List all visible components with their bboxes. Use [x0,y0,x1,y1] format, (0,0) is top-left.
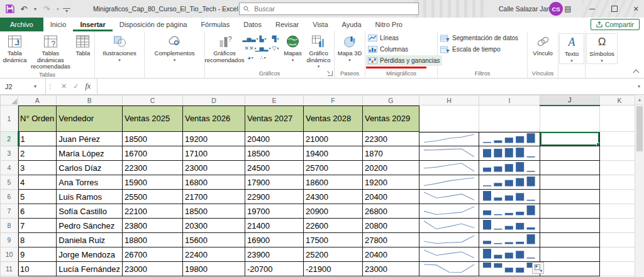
tab-revisar[interactable]: Revisar [269,18,306,31]
cell-D11[interactable]: 19800 [182,262,245,276]
cell-H9[interactable] [419,233,479,247]
cell-G5[interactable]: 19200 [362,175,419,190]
cell-E4[interactable]: 24500 [245,161,303,175]
vertical-scrollbar[interactable]: ▲ [635,95,644,277]
cell-G6[interactable]: 20400 [362,190,419,204]
close-button[interactable]: × [626,0,644,18]
cell-G9[interactable]: 27800 [362,233,419,247]
cell-C4[interactable]: 22300 [122,161,182,175]
redo-dropdown[interactable]: ▾ [54,2,62,16]
collapse-ribbon-button[interactable] [633,70,640,76]
cell-D10[interactable]: 22400 [182,247,245,262]
cell-K8[interactable] [599,219,639,233]
funnel-chart-button[interactable]: ▽▾ [269,43,282,53]
column-header-E[interactable]: E [245,95,303,106]
cell-F1[interactable]: Ventas 2028 [303,106,362,132]
cell-C3[interactable]: 16700 [122,146,182,161]
expand-formula-bar-button[interactable]: ▾ [634,79,644,94]
cell-D5[interactable]: 16800 [182,175,245,190]
column-chart-button[interactable]: ▂▅▃▾ [244,34,257,43]
link-button[interactable]: Vínculo [529,33,557,58]
sparkline-winloss-button[interactable]: Pérdidas y ganancias [366,55,442,66]
add-ins-button[interactable]: Complementos ▾ [148,33,201,63]
cell-I1[interactable] [479,106,540,132]
cell-F9[interactable]: 17500 [303,233,362,247]
cell-H1[interactable] [419,106,479,132]
cell-E1[interactable]: Ventas 2027 [245,106,303,132]
cell-D9[interactable]: 15600 [182,233,245,247]
cell-D3[interactable]: 17100 [182,146,245,161]
cell-I4[interactable] [479,161,540,175]
formula-input[interactable] [101,82,630,91]
cell-B2[interactable]: Juan Pérez [57,132,123,146]
cell-J6[interactable] [540,190,599,204]
restore-button[interactable] [605,0,624,18]
cell-E10[interactable]: 23900 [245,247,303,262]
cell-H3[interactable] [419,146,479,161]
cell-I5[interactable] [479,175,540,190]
pivot-chart-button[interactable]: Gráfico dinámico ▾ [304,33,333,70]
row-header-3[interactable]: 3 [1,146,18,161]
cell-D8[interactable]: 20300 [182,219,245,233]
column-header-B[interactable]: B [57,95,123,106]
column-header-C[interactable]: C [122,95,182,106]
cell-B3[interactable]: María López [57,146,123,161]
cell-J5[interactable] [540,175,599,190]
formula-input-area[interactable] [97,79,634,94]
cell-F10[interactable]: 25200 [303,247,362,262]
cell-E9[interactable]: 16900 [245,233,303,247]
cell-C9[interactable]: 18800 [122,233,182,247]
cell-C11[interactable]: 23000 [122,262,182,276]
cell-C6[interactable]: 25500 [122,190,182,204]
cell-I9[interactable] [479,233,540,247]
column-header-G[interactable]: G [362,95,419,106]
cell-B11[interactable]: Lucía Fernández [57,262,123,276]
cell-C1[interactable]: Ventas 2025 [122,106,182,132]
cell-H6[interactable] [419,190,479,204]
cell-B9[interactable]: Daniela Ruiz [57,233,123,247]
cell-H5[interactable] [419,175,479,190]
scrollbar-thumb[interactable] [636,106,643,151]
cell-A5[interactable]: 4 [18,175,57,190]
tab-fórmulas[interactable]: Fórmulas [194,18,236,31]
cell-B1[interactable]: Vendedor [57,106,123,132]
cell-D4[interactable]: 23000 [182,161,245,175]
cell-J8[interactable] [540,219,599,233]
cell-G7[interactable]: 26800 [362,204,419,219]
cell-K1[interactable] [599,106,639,132]
ribbon-display-options-button[interactable]: ▤ [558,0,577,18]
cell-G1[interactable]: Ventas 2029 [362,106,419,132]
cell-F11[interactable]: -21900 [303,262,362,276]
cell-B6[interactable]: Luis Ramos [57,190,123,204]
tab-insertar[interactable]: Insertar [73,18,112,31]
paste-options-button[interactable] [532,262,544,274]
cell-G8[interactable]: 20800 [362,219,419,233]
cell-K5[interactable] [599,175,639,190]
recommended-pivot-tables-button[interactable]: ? Tablas dinámicas recomendadas [30,33,72,71]
cell-F3[interactable]: 19400 [303,146,362,161]
cell-J2[interactable] [540,132,599,146]
scroll-up-arrow[interactable]: ▲ [635,95,644,105]
sparkline-column-button[interactable]: Columnas [366,44,410,55]
maps-button[interactable]: Mapas ▾ [282,33,303,63]
row-header-7[interactable]: 7 [1,204,18,219]
cell-I7[interactable] [479,204,540,219]
cell-I3[interactable] [479,146,540,161]
cell-E2[interactable]: 20400 [245,132,303,146]
table-button[interactable]: Tabla [72,33,94,58]
cancel-formula-button[interactable]: ✕ [61,82,67,90]
cell-A10[interactable]: 9 [18,247,57,262]
row-header-4[interactable]: 4 [1,161,18,175]
name-box[interactable]: ▾ [0,79,46,94]
redo-button[interactable]: ↷ [40,2,53,16]
user-name[interactable]: Calle Salazar Jamit [499,0,555,18]
sparkline-line-button[interactable]: Líneas [366,33,401,43]
row-header-9[interactable]: 9 [1,233,18,247]
cell-A11[interactable]: 10 [18,262,57,276]
cell-D1[interactable]: Ventas 2026 [182,106,245,132]
row-header-5[interactable]: 5 [1,175,18,190]
cell-I11[interactable] [479,262,540,276]
timeline-button[interactable]: Escala de tiempo [438,44,502,55]
tab-datos[interactable]: Datos [236,18,269,31]
map-3d-button[interactable]: Mapa 3D ▾ [336,33,364,63]
